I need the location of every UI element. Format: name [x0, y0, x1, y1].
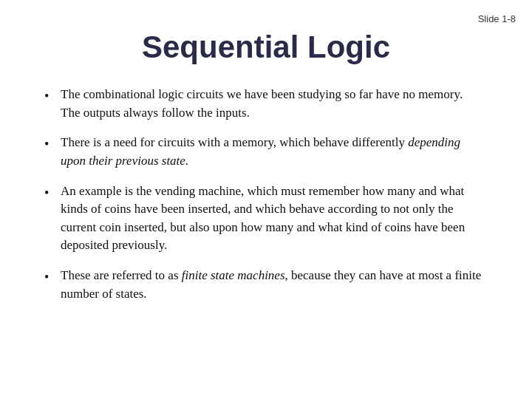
slide-title: Sequential Logic [37, 30, 495, 65]
bullet-text-2: There is a need for circuits with a memo… [61, 134, 488, 170]
slide-content: • The combinational logic circuits we ha… [37, 86, 495, 303]
bullet-text-3: An example is the vending machine, which… [61, 183, 488, 256]
bullet-dot-1: • [44, 86, 61, 106]
bullet-item-3: • An example is the vending machine, whi… [44, 183, 488, 256]
bullet-dot-3: • [44, 183, 61, 202]
slide: Slide 1-8 Sequential Logic • The combina… [0, 0, 532, 399]
bullet-text-1: The combinational logic circuits we have… [61, 86, 488, 122]
bullet-text-4: These are referred to as finite state ma… [61, 267, 488, 303]
bullet-item-4: • These are referred to as finite state … [44, 267, 488, 303]
bullet-item-2: • There is a need for circuits with a me… [44, 134, 488, 170]
bullet-dot-2: • [44, 134, 61, 154]
bullet-dot-4: • [44, 267, 61, 287]
slide-number: Slide 1-8 [478, 13, 516, 24]
bullet-item-1: • The combinational logic circuits we ha… [44, 86, 488, 122]
